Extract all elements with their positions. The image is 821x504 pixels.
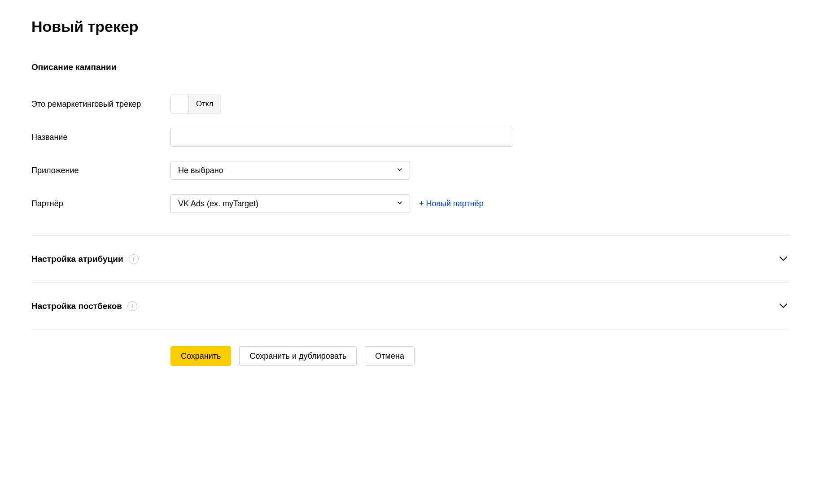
label-partner: Партнёр — [31, 199, 170, 209]
row-remarketing: Это ремаркетинговый трекер Откл — [31, 95, 790, 113]
accordion-attribution-title: Настройка атрибуции — [31, 254, 123, 264]
save-duplicate-button[interactable]: Сохранить и дублировать — [239, 346, 357, 366]
info-icon[interactable]: i — [127, 301, 137, 311]
input-name[interactable] — [170, 128, 513, 147]
cancel-button[interactable]: Отмена — [365, 346, 415, 366]
select-partner[interactable]: VK Ads (ex. myTarget) — [170, 194, 410, 213]
select-partner-value: VK Ads (ex. myTarget) — [178, 199, 258, 209]
new-partner-link[interactable]: + Новый партнёр — [419, 199, 484, 209]
toggle-remarketing[interactable]: Откл — [170, 95, 221, 113]
select-application[interactable]: Не выбрано — [170, 161, 410, 180]
label-remarketing: Это ремаркетинговый трекер — [31, 100, 170, 109]
row-name: Название — [31, 128, 790, 147]
save-button[interactable]: Сохранить — [170, 346, 231, 366]
accordion-attribution[interactable]: Настройка атрибуции i — [31, 236, 790, 283]
toggle-state-label: Откл — [189, 95, 221, 113]
label-name: Название — [31, 133, 170, 142]
footer-buttons: Сохранить Сохранить и дублировать Отмена — [170, 346, 790, 366]
row-application: Приложение Не выбрано — [31, 161, 790, 180]
toggle-handle — [171, 95, 189, 113]
page-title: Новый трекер — [31, 18, 790, 35]
accordion-postbacks-title: Настройка постбеков — [31, 301, 122, 311]
info-icon[interactable]: i — [129, 254, 139, 264]
chevron-down-icon — [777, 299, 790, 313]
chevron-down-icon — [777, 252, 790, 266]
select-application-value: Не выбрано — [178, 166, 223, 175]
row-partner: Партнёр VK Ads (ex. myTarget) + Новый па… — [31, 194, 790, 213]
label-application: Приложение — [31, 166, 170, 175]
accordion-postbacks[interactable]: Настройка постбеков i — [31, 283, 790, 330]
section-campaign-description: Описание кампании — [31, 62, 790, 72]
